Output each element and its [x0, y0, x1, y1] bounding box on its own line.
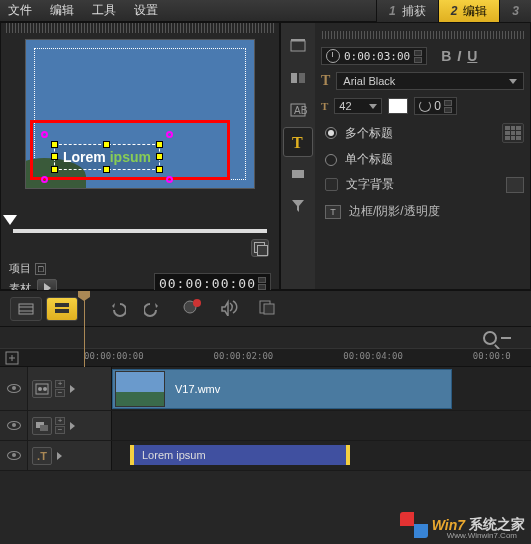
step-share[interactable]: 3 — [499, 0, 531, 22]
font-family-select[interactable]: Arial Black — [336, 72, 524, 90]
panel-grip[interactable] — [5, 23, 275, 33]
zoom-out-button[interactable] — [501, 337, 511, 339]
rotate-handle[interactable] — [41, 176, 48, 183]
track-add-remove[interactable]: +− — [55, 417, 65, 434]
rotate-handle[interactable] — [166, 176, 173, 183]
batch-convert-button[interactable] — [258, 298, 278, 316]
ruler-tick: 00:00:00:00 — [84, 351, 144, 361]
svg-rect-8 — [19, 304, 33, 314]
underline-button[interactable]: U — [467, 48, 477, 64]
expand-icon[interactable]: □ — [35, 263, 46, 275]
tab-media[interactable] — [283, 31, 313, 61]
windows-flag-icon — [400, 512, 428, 538]
timeline-view-button[interactable] — [46, 297, 78, 321]
overlay-track-icon — [32, 417, 52, 435]
eye-icon[interactable] — [7, 451, 21, 460]
chevron-right-icon[interactable] — [70, 385, 75, 393]
tab-filter[interactable] — [283, 191, 313, 221]
clip-filename: V17.wmv — [175, 383, 220, 395]
font-size-select[interactable]: 42 — [334, 98, 382, 114]
resize-handle[interactable] — [51, 153, 58, 160]
border-icon: T — [325, 205, 341, 219]
resize-handle[interactable] — [103, 166, 110, 173]
svg-text:T: T — [292, 134, 303, 151]
step-capture[interactable]: 1捕获 — [376, 0, 438, 22]
expand-tracks-button[interactable] — [2, 349, 22, 367]
svg-text:AB: AB — [294, 105, 307, 116]
tab-graphic[interactable] — [283, 159, 313, 189]
bg-settings-button[interactable] — [506, 177, 524, 193]
font-value: Arial Black — [343, 75, 395, 87]
preview-viewport[interactable]: Lorem ipsum — [25, 39, 255, 189]
title-word-1: Lorem — [63, 149, 110, 165]
resize-handle[interactable] — [51, 166, 58, 173]
track-add-remove[interactable]: +− — [55, 380, 65, 397]
title-clip-label: Lorem ipsum — [142, 449, 206, 461]
svg-rect-1 — [291, 39, 305, 41]
scrub-playhead[interactable] — [3, 215, 17, 225]
menu-edit[interactable]: 编辑 — [50, 2, 74, 19]
title-track-icon: .T — [32, 447, 52, 465]
duration-spinner[interactable] — [414, 50, 422, 63]
eye-icon[interactable] — [7, 384, 21, 393]
label-multiple-titles: 多个标题 — [345, 125, 393, 142]
scrub-bar[interactable] — [13, 229, 267, 233]
font-color-picker[interactable] — [388, 98, 408, 114]
bold-button[interactable]: B — [441, 48, 451, 64]
svg-rect-24 — [40, 425, 48, 431]
resize-handle[interactable] — [156, 166, 163, 173]
link-border-shadow[interactable]: 边框/阴影/透明度 — [349, 203, 440, 220]
checkbox-text-background[interactable] — [325, 178, 338, 191]
resize-handle[interactable] — [103, 141, 110, 148]
chevron-right-icon[interactable] — [57, 452, 62, 460]
label-text-background: 文字背景 — [346, 176, 394, 193]
radio-multiple-titles[interactable] — [325, 127, 337, 139]
ruler-tick: 00:00:04:00 — [343, 351, 403, 361]
step-edit[interactable]: 2编辑 — [438, 0, 500, 22]
record-button[interactable] — [182, 298, 202, 319]
menu-file[interactable]: 文件 — [8, 2, 32, 19]
timeline-ruler[interactable]: 00:00:00:00 00:00:02:00 00:00:04:00 00:0… — [0, 349, 531, 367]
rotate-handle[interactable] — [41, 131, 48, 138]
rotate-handle[interactable] — [166, 131, 173, 138]
rotate-icon — [419, 100, 431, 112]
title-clip[interactable]: Lorem ipsum — [130, 445, 350, 465]
enlarge-preview-button[interactable] — [251, 239, 269, 257]
ruler-tick: 00:00:0 — [473, 351, 511, 361]
zoom-icon[interactable] — [483, 331, 497, 345]
timecode-spinner[interactable] — [258, 277, 266, 290]
svg-rect-12 — [55, 309, 69, 313]
italic-button[interactable]: I — [457, 48, 461, 64]
clock-icon — [326, 49, 340, 63]
tab-title-edit[interactable]: T — [283, 127, 313, 157]
chevron-right-icon[interactable] — [70, 422, 75, 430]
zoom-controls — [0, 327, 531, 349]
audio-mixer-button[interactable] — [220, 298, 240, 316]
redo-button[interactable] — [144, 300, 162, 318]
resize-handle[interactable] — [51, 141, 58, 148]
eye-icon[interactable] — [7, 421, 21, 430]
radio-single-title[interactable] — [325, 154, 337, 166]
tab-transition[interactable] — [283, 63, 313, 93]
resize-handle[interactable] — [156, 141, 163, 148]
menu-settings[interactable]: 设置 — [134, 2, 158, 19]
undo-button[interactable] — [108, 300, 126, 318]
project-label[interactable]: 项目 — [9, 261, 31, 276]
menu-tools[interactable]: 工具 — [92, 2, 116, 19]
options-panel: AB T 0:00:03:00 B I U T — [280, 22, 531, 290]
timeline-panel: 00:00:00:00 00:00:02:00 00:00:04:00 00:0… — [0, 290, 531, 544]
tab-title-style[interactable]: AB — [283, 95, 313, 125]
rotation-spinner[interactable] — [444, 100, 452, 113]
storyboard-view-button[interactable] — [10, 297, 42, 321]
video-track: +− V17.wmv — [0, 367, 531, 411]
rotation-field[interactable]: 0 — [414, 97, 457, 115]
panel-grip[interactable] — [321, 31, 524, 39]
resize-handle[interactable] — [156, 153, 163, 160]
video-clip[interactable]: V17.wmv — [112, 369, 452, 409]
alignment-grid-button[interactable] — [502, 123, 524, 143]
title-text-object[interactable]: Lorem ipsum — [54, 144, 160, 170]
title-properties: 0:00:03:00 B I U T Arial Black T — [315, 23, 530, 289]
duration-field[interactable]: 0:00:03:00 — [321, 47, 427, 65]
ruler-tick: 00:00:02:00 — [214, 351, 274, 361]
side-tab-strip: AB T — [281, 23, 315, 289]
